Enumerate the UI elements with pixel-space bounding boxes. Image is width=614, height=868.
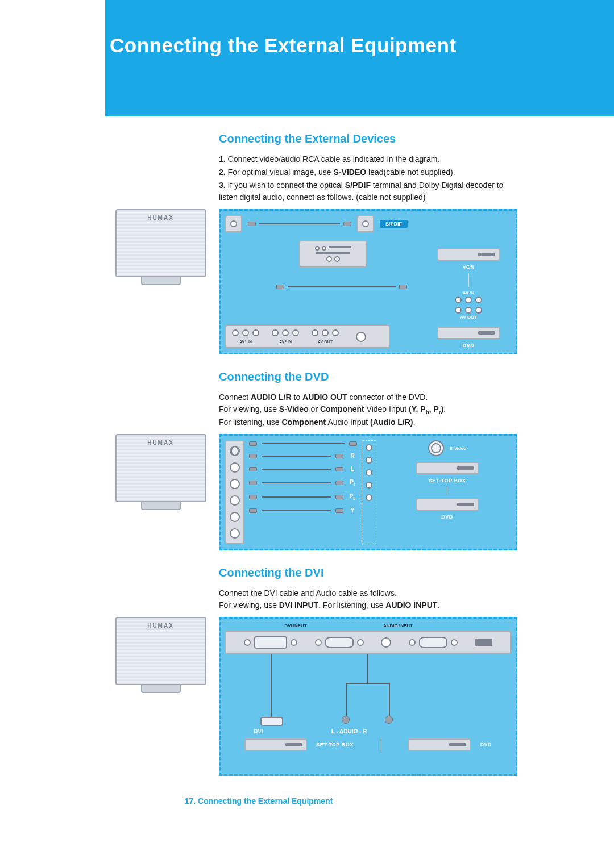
tv-icon	[115, 617, 206, 685]
section-heading-dvi: Connecting the DVI	[219, 566, 517, 579]
tv-rear-panel-3	[105, 617, 216, 693]
dvd-label-2: DVD	[441, 514, 453, 520]
audio-l-tv-port-icon	[230, 479, 240, 489]
svideo-device-port-icon	[428, 440, 444, 456]
header-band: Connecting the External Equipment	[105, 0, 614, 116]
vcr-device-icon	[437, 248, 500, 261]
audio-r-tv-port-icon	[230, 462, 240, 473]
av-in-label: AV IN	[463, 290, 475, 295]
step2-bold: S-VIDEO	[334, 168, 367, 177]
tv-rear-panel-2	[105, 434, 216, 510]
diagram-dvd: R L Pr Pb Y	[219, 434, 517, 550]
misc-port-icon	[475, 639, 492, 646]
dvd-device-icon-3	[408, 738, 471, 751]
tv-stand-icon	[141, 277, 181, 285]
svideo-tv-port-icon	[230, 446, 240, 456]
dvd-device-icon	[437, 327, 500, 339]
page-footer: 17. Connecting the External Equipment	[0, 796, 517, 806]
dvd-pb-port-icon	[366, 482, 372, 489]
step2-post: lead(cable not supplied).	[366, 168, 455, 177]
diagram-dvi: DVI INPUT AUDIO INPUT	[219, 617, 517, 776]
step3-pre: If you wish to connect the optical	[226, 181, 345, 190]
dvd-label-3: DVD	[480, 742, 492, 748]
dvi-input-header: DVI INPUT	[256, 623, 335, 628]
y-tag: Y	[348, 507, 357, 514]
audio-input-header: AUDIO INPUT	[358, 623, 438, 628]
spdif-label: S/PDIF	[380, 220, 408, 228]
step1-num: 1.	[219, 155, 226, 164]
plug-icon	[276, 285, 284, 289]
tv-icon	[115, 209, 206, 277]
audio-r-plug-icon	[385, 716, 393, 724]
av-out-bottom-label: AV OUT	[314, 340, 337, 344]
dvd-r-port-icon	[366, 444, 372, 451]
section3-body: Connect the DVI cable and Audio cable as…	[219, 587, 517, 611]
section1-steps: 1. Connect video/audio RCA cable as indi…	[219, 153, 517, 203]
svideo-port-icon	[356, 332, 366, 342]
dvd-l-port-icon	[366, 457, 372, 464]
pr-tv-port-icon	[230, 495, 240, 506]
section2-body: Connect AUDIO L/R to AUDIO OUT connector…	[219, 391, 517, 428]
dvd-port-group	[362, 440, 376, 544]
spdif-decoder-port-icon	[362, 220, 369, 227]
dvi-bottom-label: DVI	[254, 728, 263, 735]
av1-in-label: AV1 IN	[234, 340, 257, 344]
step1-text: Connect video/audio RCA cable as indicat…	[226, 155, 440, 164]
vcr-label: VCR	[463, 264, 475, 270]
r-tag: R	[348, 453, 357, 459]
tv-rear-panel-1	[105, 209, 216, 285]
vga-port-icon	[325, 637, 354, 648]
page-title: Connecting the External Equipment	[110, 34, 457, 57]
av2-in-label: AV2 IN	[274, 340, 297, 344]
pr-tag: Pr	[348, 479, 357, 486]
step2-pre: For optimal visual image, use	[226, 168, 334, 177]
dvd-label: DVD	[463, 343, 475, 348]
set-top-box-icon	[416, 462, 479, 474]
set-top-box-label: SET-TOP BOX	[429, 478, 466, 483]
spdif-tv-port-icon	[230, 220, 237, 227]
dvi-connector-strip	[225, 631, 511, 654]
l-tag: L	[348, 466, 357, 472]
step2-num: 2.	[219, 168, 226, 177]
plug-icon	[248, 222, 256, 226]
tv-stand-icon	[141, 685, 181, 693]
dvd-device-icon-2	[416, 498, 479, 511]
step3-num: 3.	[219, 181, 226, 190]
dvd-y-port-icon	[366, 494, 372, 501]
av-out-label: AV OUT	[460, 315, 477, 320]
vga-port-icon-2	[419, 637, 447, 648]
plug-icon	[343, 222, 351, 226]
audio-jack-icon	[381, 637, 391, 648]
tv-icon	[115, 434, 206, 502]
set-top-box-icon-2	[244, 738, 307, 751]
y-tv-port-icon	[230, 528, 240, 539]
diagram-external-devices: S/PDIF	[219, 209, 517, 354]
tv-stand-icon	[141, 502, 181, 510]
section-heading-external-devices: Connecting the External Devices	[219, 132, 517, 145]
section-heading-dvd: Connecting the DVD	[219, 370, 517, 383]
pb-tag: Pb	[348, 493, 357, 500]
plug-icon	[399, 285, 407, 289]
set-top-box-label-2: SET-TOP BOX	[316, 742, 354, 748]
audio-lr-bottom-label: L - ADUIO - R	[331, 728, 367, 735]
dvi-port-icon	[254, 636, 287, 649]
audio-l-plug-icon	[342, 716, 350, 724]
step3-bold: S/PDIF	[345, 181, 371, 190]
dvi-plug-icon	[260, 717, 283, 726]
svideo-label: S-Video	[450, 446, 467, 451]
pb-tv-port-icon	[230, 512, 240, 522]
dvd-pr-port-icon	[366, 469, 372, 476]
